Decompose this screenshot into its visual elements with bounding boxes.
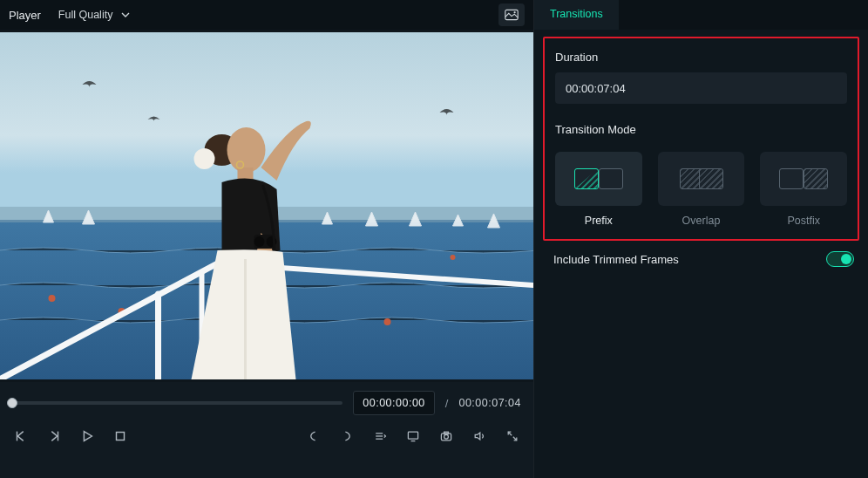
mode-overlap[interactable]: Overlap — [658, 152, 745, 227]
mode-prefix[interactable]: Prefix — [555, 152, 642, 227]
video-viewport[interactable] — [0, 30, 533, 382]
mark-in-icon[interactable] — [305, 427, 322, 445]
svg-point-1 — [513, 11, 515, 13]
player-title: Player — [9, 9, 41, 22]
transition-mode-label: Transition Mode — [555, 123, 847, 136]
time-separator: / — [445, 397, 449, 410]
svg-point-7 — [384, 318, 391, 325]
current-time[interactable]: 00:00:00:00 — [353, 391, 435, 415]
tabs: Transitions — [534, 0, 868, 30]
tab-label: Transitions — [550, 8, 603, 20]
svg-rect-25 — [408, 432, 417, 439]
play-button[interactable] — [78, 427, 96, 445]
scrubber[interactable] — [12, 401, 342, 405]
quality-select[interactable]: Full Quality — [51, 5, 138, 24]
svg-point-13 — [227, 127, 266, 173]
player-panel: Player Full Quality — [0, 0, 534, 478]
toggle-knob — [841, 254, 851, 264]
controls-row — [12, 427, 521, 445]
snapshot-icon[interactable] — [437, 427, 455, 445]
quality-value: Full Quality — [58, 9, 113, 21]
highlight-annotation: Duration Transition Mode Prefix Overlap … — [543, 37, 859, 241]
svg-point-16 — [254, 236, 265, 247]
mode-postfix[interactable]: Postfix — [760, 152, 847, 227]
svg-point-8 — [451, 255, 456, 260]
total-time: 00:00:07:04 — [458, 397, 521, 409]
transport-bar: 00:00:00:00 / 00:00:07:04 — [0, 382, 533, 478]
player-header: Player Full Quality — [0, 0, 533, 30]
svg-rect-21 — [117, 433, 125, 440]
tab-transitions[interactable]: Transitions — [534, 0, 619, 30]
mode-prefix-label: Prefix — [585, 215, 613, 227]
stop-button[interactable] — [112, 427, 129, 445]
svg-point-5 — [49, 295, 56, 302]
duration-input[interactable] — [555, 72, 847, 104]
scrubber-handle[interactable] — [7, 398, 17, 408]
trimmed-frames-label: Include Trimmed Frames — [553, 253, 679, 266]
svg-point-28 — [444, 434, 449, 439]
mode-overlap-label: Overlap — [682, 215, 721, 227]
prev-frame-button[interactable] — [12, 427, 30, 445]
fullscreen-icon[interactable] — [504, 427, 521, 445]
next-frame-button[interactable] — [45, 427, 63, 445]
duration-label: Duration — [555, 51, 847, 64]
svg-point-12 — [194, 148, 215, 169]
modes-row: Prefix Overlap Postfix — [555, 152, 847, 227]
mode-postfix-label: Postfix — [787, 215, 820, 227]
volume-icon[interactable] — [471, 427, 488, 445]
image-preview-icon[interactable] — [498, 3, 525, 26]
trimmed-frames-toggle[interactable] — [826, 251, 854, 267]
mark-out-icon[interactable] — [338, 427, 356, 445]
list-icon[interactable] — [371, 427, 389, 445]
trimmed-frames-row: Include Trimmed Frames — [534, 249, 868, 267]
side-panel: Transitions Duration Transition Mode Pre… — [534, 0, 868, 478]
chevron-down-icon — [121, 10, 130, 19]
video-preview-frame — [0, 32, 533, 379]
screen-icon[interactable] — [404, 427, 422, 445]
